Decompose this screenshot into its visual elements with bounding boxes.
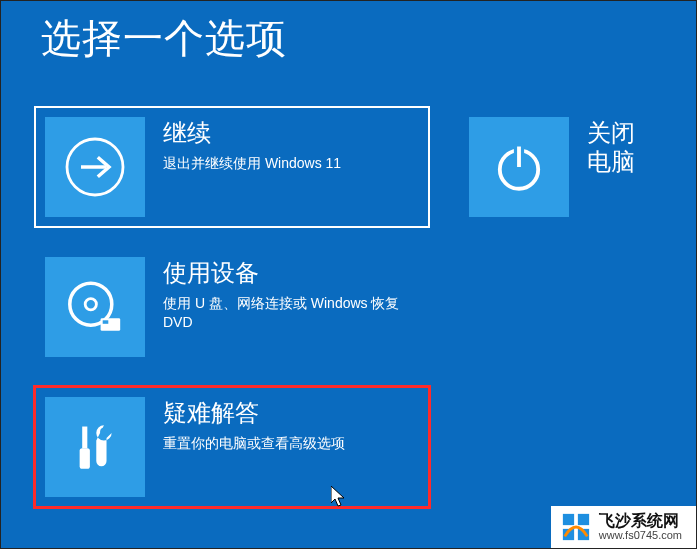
svg-rect-10 bbox=[80, 448, 90, 468]
shutdown-tile[interactable]: 关闭电脑 bbox=[459, 107, 659, 227]
watermark-url: www.fs0745.com bbox=[599, 530, 682, 542]
shutdown-tile-title: 关闭电脑 bbox=[587, 119, 649, 177]
continue-tile-desc: 退出并继续使用 Windows 11 bbox=[163, 154, 341, 173]
use-device-tile-text: 使用设备 使用 U 盘、网络连接或 Windows 恢复 DVD bbox=[163, 247, 429, 332]
svg-point-11 bbox=[100, 428, 108, 436]
shutdown-tile-text: 关闭电脑 bbox=[587, 107, 659, 183]
use-device-tile[interactable]: 使用设备 使用 U 盘、网络连接或 Windows 恢复 DVD bbox=[35, 247, 429, 367]
troubleshoot-tile-text: 疑难解答 重置你的电脑或查看高级选项 bbox=[163, 387, 355, 453]
page-title: 选择一个选项 bbox=[41, 11, 287, 66]
continue-tile-text: 继续 退出并继续使用 Windows 11 bbox=[163, 107, 351, 173]
arrow-right-icon bbox=[45, 117, 145, 217]
watermark-text: 飞沙系统网 www.fs0745.com bbox=[599, 513, 682, 541]
troubleshoot-tile-title: 疑难解答 bbox=[163, 399, 345, 428]
svg-rect-8 bbox=[103, 320, 109, 324]
disc-icon bbox=[45, 257, 145, 357]
svg-rect-9 bbox=[82, 427, 87, 449]
troubleshoot-tile[interactable]: 疑难解答 重置你的电脑或查看高级选项 bbox=[35, 387, 429, 507]
tile-row: 疑难解答 重置你的电脑或查看高级选项 bbox=[35, 387, 659, 507]
use-device-tile-title: 使用设备 bbox=[163, 259, 419, 288]
svg-marker-12 bbox=[331, 486, 344, 506]
watermark-name: 飞沙系统网 bbox=[599, 513, 682, 530]
svg-point-6 bbox=[85, 299, 96, 310]
tile-row: 使用设备 使用 U 盘、网络连接或 Windows 恢复 DVD bbox=[35, 247, 659, 367]
tools-icon bbox=[45, 397, 145, 497]
use-device-tile-desc: 使用 U 盘、网络连接或 Windows 恢复 DVD bbox=[163, 294, 419, 332]
troubleshoot-tile-desc: 重置你的电脑或查看高级选项 bbox=[163, 434, 345, 453]
watermark-logo-icon bbox=[561, 512, 591, 542]
tile-grid: 继续 退出并继续使用 Windows 11 关闭电脑 bbox=[35, 107, 659, 527]
watermark: 飞沙系统网 www.fs0745.com bbox=[551, 506, 696, 548]
svg-rect-14 bbox=[578, 514, 589, 525]
svg-rect-7 bbox=[101, 318, 121, 331]
svg-rect-13 bbox=[563, 514, 574, 525]
tile-row: 继续 退出并继续使用 Windows 11 关闭电脑 bbox=[35, 107, 659, 227]
cursor-icon bbox=[331, 486, 347, 508]
power-icon bbox=[469, 117, 569, 217]
recovery-screen: 选择一个选项 继续 退出并继续使用 Windows 11 bbox=[0, 0, 697, 549]
continue-tile-title: 继续 bbox=[163, 119, 341, 148]
continue-tile[interactable]: 继续 退出并继续使用 Windows 11 bbox=[35, 107, 429, 227]
